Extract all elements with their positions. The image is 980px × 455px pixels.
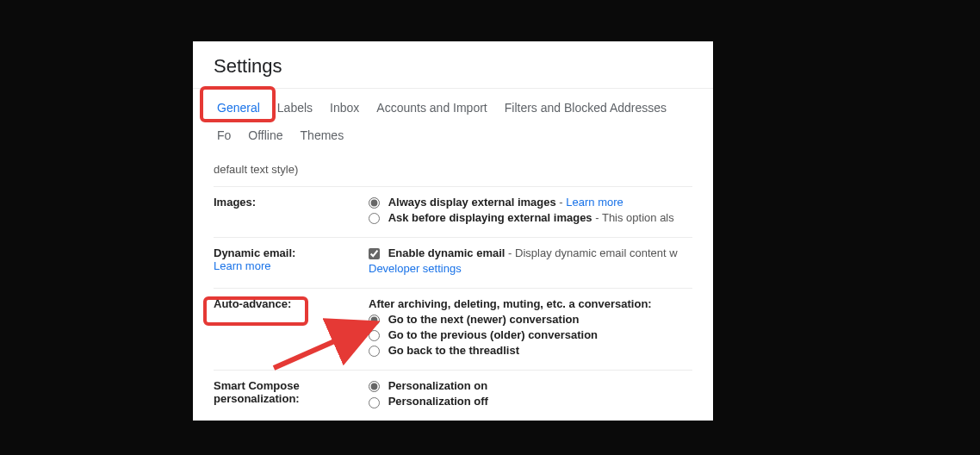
- images-radio-always[interactable]: [369, 197, 380, 209]
- auto-advance-desc: After archiving, deleting, muting, etc. …: [369, 297, 652, 310]
- tabs: General Labels Inbox Accounts and Import…: [208, 94, 698, 149]
- row-smart-compose: Smart Compose personalization: Personali…: [214, 371, 692, 421]
- auto-advance-radio-next[interactable]: [369, 315, 380, 326]
- auto-advance-radio-prev[interactable]: [369, 330, 380, 341]
- tab-labels[interactable]: Labels: [269, 94, 321, 122]
- auto-advance-label: Auto-advance:: [214, 297, 291, 310]
- smart-compose-radio-off[interactable]: [369, 397, 380, 408]
- tabs-container: General Labels Inbox Accounts and Import…: [193, 88, 713, 154]
- auto-advance-opt-prev: Go to the previous (older) conversation: [388, 328, 598, 341]
- dynamic-email-learn-more[interactable]: Learn more: [214, 259, 362, 272]
- images-learn-more[interactable]: Learn more: [566, 196, 623, 209]
- developer-settings-link[interactable]: Developer settings: [369, 262, 462, 275]
- dynamic-email-enable: Enable dynamic email: [388, 246, 506, 259]
- auto-advance-radio-threadlist[interactable]: [369, 346, 380, 357]
- smart-compose-opt-on: Personalization on: [388, 379, 488, 392]
- tab-offline[interactable]: Offline: [239, 122, 291, 149]
- row-images: Images: Always display external images -…: [214, 187, 692, 238]
- images-opt-always: Always display external images: [388, 196, 556, 209]
- tab-forwarding[interactable]: Fo: [208, 122, 239, 149]
- default-text-style-label: default text style): [214, 163, 298, 176]
- images-label: Images:: [214, 196, 256, 209]
- settings-panel: Settings General Labels Inbox Accounts a…: [193, 41, 713, 421]
- images-opt-ask-tail: - This option als: [595, 211, 674, 224]
- tab-accounts[interactable]: Accounts and Import: [368, 94, 495, 122]
- tab-filters[interactable]: Filters and Blocked Addresses: [496, 94, 675, 122]
- smart-compose-label-2: personalization:: [214, 392, 362, 405]
- settings-content: default text style) Images: Always displ…: [193, 154, 713, 421]
- images-radio-ask[interactable]: [369, 213, 380, 224]
- auto-advance-opt-threadlist: Go back to the threadlist: [388, 344, 519, 357]
- smart-compose-label-1: Smart Compose: [214, 379, 362, 392]
- page-title: Settings: [193, 41, 713, 88]
- smart-compose-radio-on[interactable]: [369, 381, 380, 392]
- dynamic-email-checkbox[interactable]: [369, 248, 380, 259]
- auto-advance-opt-next: Go to the next (newer) conversation: [388, 313, 580, 326]
- dynamic-email-enable-tail: - Display dynamic email content w: [508, 246, 678, 259]
- row-dynamic-email: Dynamic email: Learn more Enable dynamic…: [214, 238, 692, 289]
- tab-inbox[interactable]: Inbox: [321, 94, 368, 122]
- row-auto-advance: Auto-advance: After archiving, deleting,…: [214, 289, 692, 371]
- images-opt-ask: Ask before displaying external images: [388, 211, 592, 224]
- tab-themes[interactable]: Themes: [292, 122, 353, 149]
- dynamic-email-label: Dynamic email:: [214, 246, 362, 259]
- row-default-text-style: default text style): [214, 163, 692, 187]
- smart-compose-opt-off: Personalization off: [388, 395, 488, 408]
- tab-general[interactable]: General: [208, 94, 269, 122]
